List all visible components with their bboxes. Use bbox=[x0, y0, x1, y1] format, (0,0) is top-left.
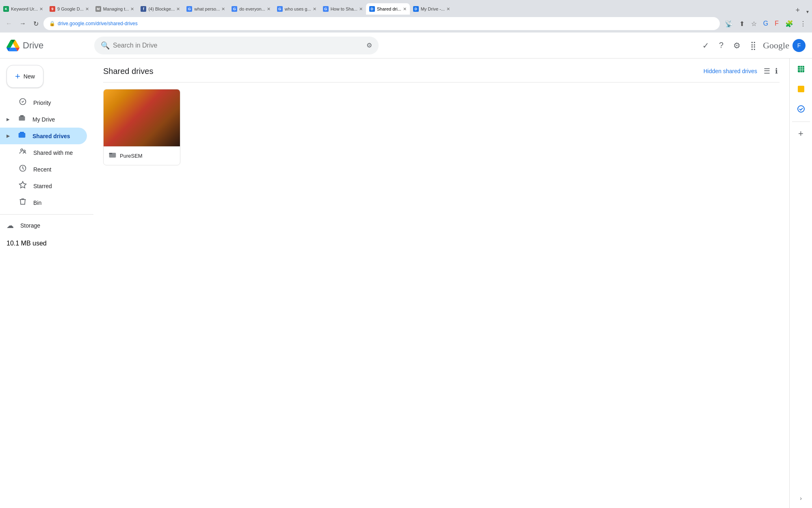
tab-favicon: G bbox=[277, 6, 283, 12]
browser-tab-6[interactable]: G do everyon... ✕ bbox=[228, 3, 274, 15]
close-tab-button[interactable]: ✕ bbox=[176, 7, 180, 12]
sidebar-item-storage[interactable]: ☁ Storage bbox=[0, 218, 87, 233]
svg-rect-10 bbox=[109, 153, 113, 154]
expand-icon: ▶ bbox=[6, 134, 10, 138]
panel-divider bbox=[792, 122, 810, 122]
panel-expand-button[interactable]: › bbox=[797, 492, 805, 505]
close-tab-button[interactable]: ✕ bbox=[403, 7, 407, 12]
tab-title: Shared dri... bbox=[377, 7, 401, 11]
browser-tab-7[interactable]: G who uses g... ✕ bbox=[274, 3, 320, 15]
sidebar-nav: Priority ▶ My Drive ▶ Shared drives Shar… bbox=[0, 94, 93, 211]
filter-icon[interactable]: ⚙ bbox=[366, 41, 372, 49]
hidden-drives-link[interactable]: Hidden shared drives bbox=[704, 68, 757, 74]
drive-name: PureSEM bbox=[120, 153, 143, 159]
drive-thumbnail bbox=[104, 89, 180, 146]
drive-card-puresem[interactable]: PureSEM bbox=[103, 89, 180, 165]
tab-title: Managing t... bbox=[103, 7, 129, 11]
panel-add-button[interactable]: + bbox=[795, 125, 807, 142]
search-bar[interactable]: 🔍 ⚙ bbox=[94, 37, 379, 54]
close-tab-button[interactable]: ✕ bbox=[130, 7, 134, 12]
sheets-panel-button[interactable] bbox=[794, 62, 808, 78]
tasks-icon bbox=[797, 105, 805, 113]
new-tab-button[interactable]: + bbox=[792, 6, 803, 15]
sidebar-item-shared-drives[interactable]: ▶ Shared drives bbox=[0, 128, 87, 144]
tab-favicon: f bbox=[141, 6, 146, 12]
svg-rect-2 bbox=[20, 115, 24, 117]
drive-folder-icon bbox=[108, 151, 117, 161]
drive-info: PureSEM bbox=[104, 146, 180, 165]
sidebar-item-bin[interactable]: Bin bbox=[0, 194, 87, 211]
sidebar: + New Priority ▶ My Drive ▶ Shared drive… bbox=[0, 59, 93, 508]
url-bar[interactable]: 🔒 drive.google.com/drive/shared-drives bbox=[43, 17, 720, 30]
feedback-button[interactable]: ✓ bbox=[699, 37, 712, 54]
avatar[interactable]: F bbox=[793, 39, 806, 52]
main-area: + New Priority ▶ My Drive ▶ Shared drive… bbox=[0, 59, 812, 508]
keep-panel-button[interactable] bbox=[794, 82, 808, 98]
close-tab-button[interactable]: ✕ bbox=[221, 7, 225, 12]
browser-tab-8[interactable]: G How to Sha... ✕ bbox=[320, 3, 366, 15]
svg-point-6 bbox=[24, 150, 25, 152]
tab-title: How to Sha... bbox=[331, 7, 357, 11]
storage-icon: ☁ bbox=[6, 221, 14, 230]
sidebar-item-label: Bin bbox=[33, 200, 41, 206]
reload-button[interactable]: ↻ bbox=[31, 18, 41, 29]
my-drive-icon bbox=[18, 114, 26, 124]
sidebar-item-priority[interactable]: Priority bbox=[0, 94, 87, 111]
header-right-actions: Hidden shared drives ☰ ℹ bbox=[704, 65, 780, 77]
close-tab-button[interactable]: ✕ bbox=[39, 7, 43, 12]
save-page-button[interactable]: ⬆ bbox=[737, 18, 747, 29]
sidebar-divider bbox=[0, 214, 93, 215]
svg-marker-8 bbox=[19, 182, 26, 188]
tab-favicon: G bbox=[232, 6, 237, 12]
profile-button[interactable]: F bbox=[772, 18, 781, 29]
tab-favicon: D bbox=[413, 6, 419, 12]
tab-title: who uses g... bbox=[285, 7, 311, 11]
search-input[interactable] bbox=[113, 42, 363, 49]
svg-point-17 bbox=[798, 106, 804, 112]
browser-tab-3[interactable]: M Managing t... ✕ bbox=[92, 3, 138, 15]
storage-used-text: 10.1 MB used bbox=[6, 240, 47, 247]
close-tab-button[interactable]: ✕ bbox=[446, 7, 450, 12]
tab-title: Keyword Ur... bbox=[11, 7, 38, 11]
sidebar-item-recent[interactable]: Recent bbox=[0, 161, 87, 178]
settings-button[interactable]: ⚙ bbox=[730, 37, 744, 54]
extension-btn-1[interactable]: G bbox=[761, 18, 771, 29]
browser-tab-10[interactable]: D My Drive -... ✕ bbox=[410, 3, 453, 15]
close-tab-button[interactable]: ✕ bbox=[313, 7, 316, 12]
close-tab-button[interactable]: ✕ bbox=[359, 7, 363, 12]
list-view-button[interactable]: ☰ bbox=[762, 65, 772, 77]
bin-icon bbox=[19, 198, 27, 208]
starred-icon bbox=[19, 181, 27, 191]
forward-button[interactable]: → bbox=[17, 18, 28, 29]
sidebar-item-label: Shared drives bbox=[32, 133, 70, 139]
tasks-panel-button[interactable] bbox=[794, 102, 808, 118]
app: Drive 🔍 ⚙ ✓ ? ⚙ ⣿ Google F + New Priorit bbox=[0, 33, 812, 508]
browser-tab-9[interactable]: D Shared dri... ✕ bbox=[366, 3, 410, 15]
back-button[interactable]: ← bbox=[3, 18, 15, 29]
extensions-button[interactable]: 🧩 bbox=[783, 18, 796, 29]
bookmark-button[interactable]: ☆ bbox=[749, 18, 759, 29]
close-tab-button[interactable]: ✕ bbox=[85, 7, 89, 12]
browser-tab-4[interactable]: f (4) Blockge... ✕ bbox=[137, 3, 183, 15]
apps-button[interactable]: ⣿ bbox=[747, 37, 760, 54]
tab-favicon: K bbox=[3, 6, 9, 12]
cast-button[interactable]: 📡 bbox=[722, 18, 735, 29]
help-button[interactable]: ? bbox=[716, 37, 727, 53]
sheets-icon bbox=[797, 65, 805, 73]
view-toggle: ☰ ℹ bbox=[762, 65, 780, 77]
tab-dropdown-button[interactable]: ▾ bbox=[803, 9, 812, 15]
sidebar-item-my-drive[interactable]: ▶ My Drive bbox=[0, 111, 87, 128]
sidebar-item-label: My Drive bbox=[32, 116, 55, 123]
browser-tab-5[interactable]: G what perso... ✕ bbox=[183, 3, 228, 15]
sidebar-item-shared-with-me[interactable]: Shared with me bbox=[0, 144, 87, 161]
shared-with-me-icon bbox=[19, 148, 27, 158]
close-tab-button[interactable]: ✕ bbox=[267, 7, 271, 12]
info-button[interactable]: ℹ bbox=[773, 65, 780, 77]
sidebar-item-starred[interactable]: Starred bbox=[0, 178, 87, 194]
browser-tab-2[interactable]: 9 9 Google D... ✕ bbox=[46, 3, 92, 15]
sidebar-item-label: Recent bbox=[33, 166, 51, 173]
menu-button[interactable]: ⋮ bbox=[797, 18, 809, 29]
google-text: Google bbox=[763, 40, 789, 51]
browser-tab-1[interactable]: K Keyword Ur... ✕ bbox=[0, 3, 46, 15]
new-button[interactable]: + New bbox=[6, 65, 43, 88]
